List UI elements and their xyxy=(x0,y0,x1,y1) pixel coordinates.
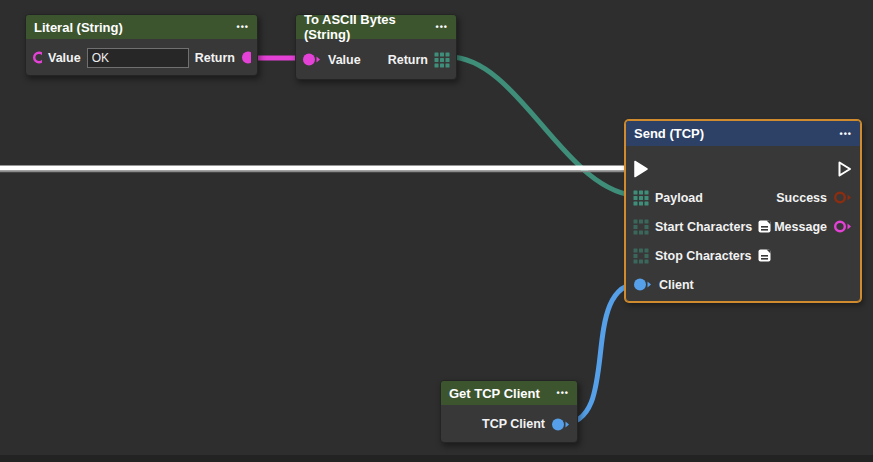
port-value-input-icon[interactable] xyxy=(32,50,42,65)
node-to-ascii-bytes[interactable]: To ASCII Bytes (String) ••• Value Return xyxy=(295,14,457,80)
stop-characters-label: Stop Characters xyxy=(655,249,752,263)
value-label: Value xyxy=(328,53,361,67)
node-editor-canvas[interactable]: Literal (String) ••• Value Return To ASC… xyxy=(0,0,873,462)
node-menu-icon[interactable]: ••• xyxy=(840,122,852,146)
document-icon[interactable] xyxy=(758,249,771,262)
client-label: Client xyxy=(659,278,694,292)
node-get-tcp-client[interactable]: Get TCP Client ••• TCP Client xyxy=(440,380,578,443)
wire-ascii-to-payload[interactable] xyxy=(449,57,641,196)
start-characters-label: Start Characters xyxy=(655,220,752,234)
node-send-tcp[interactable]: Send (TCP) ••• xyxy=(625,120,861,302)
tcp-client-label: TCP Client xyxy=(482,417,545,431)
port-tcp-client-output-icon[interactable] xyxy=(551,417,571,432)
port-return-array-icon[interactable] xyxy=(434,52,450,68)
node-menu-icon[interactable]: ••• xyxy=(557,381,569,405)
exec-input-icon[interactable] xyxy=(633,160,649,178)
node-menu-icon[interactable]: ••• xyxy=(237,15,249,39)
port-message-output-icon[interactable] xyxy=(833,219,853,234)
port-return-output-icon[interactable] xyxy=(241,50,251,65)
document-icon[interactable] xyxy=(758,220,771,233)
node-literal-string[interactable]: Literal (String) ••• Value Return xyxy=(25,14,258,76)
node-get-tcp-client-header[interactable]: Get TCP Client ••• xyxy=(441,381,577,405)
payload-label: Payload xyxy=(655,191,703,205)
value-label: Value xyxy=(48,51,81,65)
port-stop-characters-array-icon[interactable] xyxy=(633,248,649,264)
node-send-tcp-header[interactable]: Send (TCP) ••• xyxy=(626,121,860,146)
exec-output-icon[interactable] xyxy=(837,160,853,178)
canvas-bottom-edge xyxy=(0,455,873,462)
node-to-ascii-title: To ASCII Bytes (String) xyxy=(304,12,436,42)
value-input[interactable] xyxy=(87,48,189,68)
node-literal-title: Literal (String) xyxy=(34,20,123,35)
node-menu-icon[interactable]: ••• xyxy=(436,15,448,39)
node-send-tcp-title: Send (TCP) xyxy=(634,126,704,141)
node-to-ascii-header[interactable]: To ASCII Bytes (String) ••• xyxy=(296,15,456,39)
return-label: Return xyxy=(195,51,235,65)
port-start-characters-array-icon[interactable] xyxy=(633,219,649,235)
port-success-output-icon[interactable] xyxy=(833,190,853,205)
node-get-tcp-client-title: Get TCP Client xyxy=(449,386,540,401)
port-value-input-icon[interactable] xyxy=(302,52,322,67)
return-label: Return xyxy=(388,53,428,67)
node-literal-header[interactable]: Literal (String) ••• xyxy=(26,15,257,39)
message-label: Message xyxy=(774,220,827,234)
success-label: Success xyxy=(776,191,827,205)
port-payload-array-icon[interactable] xyxy=(633,190,649,206)
port-client-input-icon[interactable] xyxy=(633,277,653,292)
